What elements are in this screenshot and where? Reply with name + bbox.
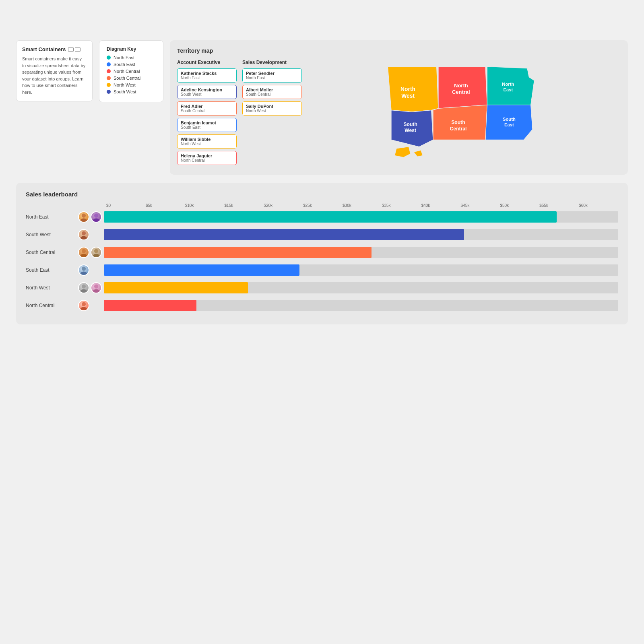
- svg-point-15: [93, 218, 99, 223]
- axis-60k: $60k: [579, 203, 618, 208]
- ae-card-william[interactable]: William Sibble North West: [177, 134, 237, 149]
- southcentral-label: South Central: [114, 76, 140, 80]
- ae-region-helena: North Central: [181, 158, 233, 163]
- ae-card-helena[interactable]: Helena Jaquier North Central: [177, 151, 237, 165]
- svg-point-21: [93, 254, 99, 258]
- ae-name-helena: Helena Jaquier: [181, 153, 233, 158]
- svg-point-22: [82, 266, 86, 270]
- ae-card-adeline[interactable]: Adeline Kensington South West: [177, 85, 237, 99]
- svg-text:South: South: [451, 120, 465, 125]
- ae-name-adeline: Adeline Kensington: [181, 87, 233, 92]
- lb-label-northcentral: North Central: [26, 303, 78, 308]
- svg-text:South: South: [503, 117, 516, 122]
- lb-bar-container-northcentral: [104, 300, 618, 311]
- svg-point-27: [93, 289, 99, 293]
- svg-text:Central: Central: [452, 89, 470, 95]
- svg-point-25: [80, 289, 87, 293]
- territory-lists: Account Executive Katherine Stacks North…: [177, 60, 302, 167]
- svg-point-12: [82, 213, 86, 217]
- axis-30k: $30k: [343, 203, 382, 208]
- axis-55k: $55k: [539, 203, 579, 208]
- avatar-nw2: [91, 282, 102, 293]
- usa-map-svg: North West North Central North East Sout…: [308, 60, 621, 164]
- svg-text:West: West: [401, 93, 415, 99]
- svg-point-13: [80, 218, 87, 223]
- key-item-northwest: North West: [107, 83, 156, 87]
- lb-label-southwest: South West: [26, 232, 78, 237]
- top-row: Smart Containers Smart containers make i…: [16, 40, 628, 175]
- svg-point-28: [82, 302, 86, 306]
- axis-50k: $50k: [500, 203, 539, 208]
- axis-5k: $5k: [146, 203, 185, 208]
- svg-point-24: [82, 284, 86, 288]
- avatar-nc1: [78, 300, 89, 311]
- page-wrapper: Smart Containers Smart containers make i…: [16, 16, 628, 324]
- svg-point-16: [82, 231, 86, 235]
- key-item-southeast: South East: [107, 62, 156, 67]
- southeast-dot: [107, 62, 111, 66]
- svg-point-20: [94, 249, 98, 253]
- avatar-sw1: [78, 229, 89, 240]
- lb-bar-container-southwest: [104, 229, 618, 240]
- axis-45k: $45k: [461, 203, 500, 208]
- sd-name-albert: Albert Moller: [246, 87, 298, 92]
- territory-map-title: Territory map: [177, 47, 621, 54]
- lb-avatars-northeast: [78, 211, 104, 223]
- ae-col-title: Account Executive: [177, 60, 237, 65]
- territory-content: Account Executive Katherine Stacks North…: [177, 60, 621, 167]
- lb-axis: $0 $5k $10k $15k $20k $25k $30k $35k $40…: [106, 203, 618, 208]
- sd-card-sally[interactable]: Sally DuPont North West: [242, 101, 302, 116]
- territory-panel: Territory map Account Executive Katherin…: [170, 40, 628, 175]
- ae-card-benjamin[interactable]: Benjamin Icamot South East: [177, 118, 237, 132]
- ae-region-william: North West: [181, 142, 233, 146]
- northwest-dot: [107, 83, 111, 87]
- svg-point-17: [80, 236, 87, 240]
- southwest-dot: [107, 90, 111, 94]
- ae-name-benjamin: Benjamin Icamot: [181, 120, 233, 125]
- southwest-label: South West: [114, 89, 136, 94]
- lb-bar-container-southeast: [104, 264, 618, 276]
- lb-bar-container-southcentral: [104, 247, 618, 258]
- leaderboard-content: $0 $5k $10k $15k $20k $25k $30k $35k $40…: [26, 203, 618, 316]
- southeast-label: South East: [114, 62, 135, 67]
- southcentral-dot: [107, 76, 111, 80]
- ae-region-benjamin: South East: [181, 125, 233, 130]
- ae-card-fred[interactable]: Fred Adler South Central: [177, 101, 237, 116]
- ae-name-william: William Sibble: [181, 137, 233, 142]
- sd-card-albert[interactable]: Albert Moller South Central: [242, 85, 302, 99]
- ae-card-katherine[interactable]: Katherine Stacks North East: [177, 68, 237, 83]
- sd-region-peter: North East: [246, 76, 298, 80]
- leaderboard-title: Sales leaderboard: [26, 191, 618, 198]
- northeast-label: North East: [114, 55, 134, 60]
- lb-row-southeast: South East: [26, 263, 618, 277]
- lb-bar-container-northwest: [104, 282, 618, 293]
- axis-15k: $15k: [225, 203, 264, 208]
- smart-containers-body: Smart containers make it easy to visuali…: [22, 56, 87, 95]
- lb-bar-southcentral: [104, 247, 372, 258]
- sd-name-sally: Sally DuPont: [246, 104, 298, 109]
- lb-row-southwest: South West: [26, 228, 618, 242]
- lb-bar-southwest: [104, 229, 464, 240]
- svg-text:Central: Central: [450, 126, 467, 132]
- smart-containers-title: Smart Containers: [22, 46, 66, 52]
- northcentral-label: North Central: [114, 69, 140, 74]
- svg-point-29: [80, 307, 87, 311]
- sd-region-albert: South Central: [246, 92, 298, 97]
- lb-avatars-southeast: [78, 264, 104, 276]
- sd-col-title: Sales Development: [242, 60, 302, 65]
- lb-bar-northeast: [104, 211, 557, 223]
- svg-text:North: North: [502, 82, 514, 87]
- lb-label-northeast: North East: [26, 214, 78, 220]
- key-item-northcentral: North Central: [107, 69, 156, 74]
- ae-region-katherine: North East: [181, 76, 233, 80]
- avatar-sc2: [91, 247, 102, 258]
- svg-text:North: North: [400, 86, 415, 92]
- axis-25k: $25k: [303, 203, 343, 208]
- lb-label-northwest: North West: [26, 285, 78, 291]
- key-item-southwest: South West: [107, 89, 156, 94]
- key-item-northeast: North East: [107, 55, 156, 60]
- lb-row-northwest: North West: [26, 281, 618, 295]
- table-icon: [68, 47, 80, 52]
- sd-card-peter[interactable]: Peter Sendler North East: [242, 68, 302, 83]
- avatar-se1: [78, 264, 89, 276]
